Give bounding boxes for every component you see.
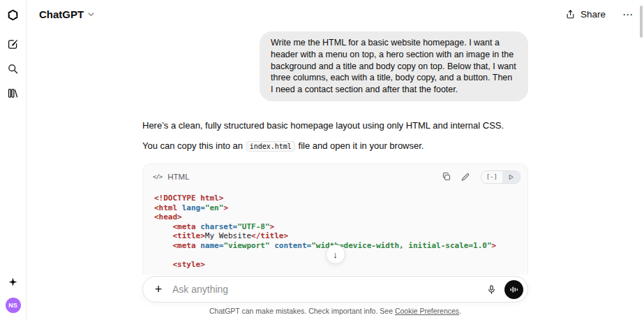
copy-code-button[interactable] [442,172,451,182]
assistant-paragraph-2: You can copy this into an index.html fil… [142,140,528,152]
avatar[interactable]: NS [6,298,21,313]
assistant-paragraph-2-pre: You can copy this into an [142,140,246,151]
code-actions: [-] [442,170,521,184]
composer: + [142,276,528,303]
more-options-button[interactable]: ⋯ [622,9,633,20]
sparkle-icon [8,277,18,287]
code-view-button[interactable]: [-] [481,171,502,183]
user-message-row: Write me the HTML for a basic website ho… [142,31,528,101]
play-icon [507,173,515,181]
code-language-label: HTML [167,173,189,181]
sidebar-bottom: NS [4,272,22,313]
composer-area: + ChatG [27,275,644,320]
app-root: NS ChatGPT Share ⋯ [0,0,644,320]
main-area: ChatGPT Share ⋯ Write me t [27,0,644,320]
topbar-actions: Share ⋯ [561,8,633,20]
code-line: <html lang="en"> [154,203,516,213]
edit-code-button[interactable] [460,172,470,182]
chatgpt-app: { "header": { "title": "ChatGPT", "share… [0,0,644,320]
model-switcher[interactable]: ChatGPT [35,6,99,23]
search-button[interactable] [4,59,22,78]
scroll-to-bottom-button[interactable]: ↓ [326,245,345,264]
assistant-paragraph-2-post: file and open it in your browser. [296,140,424,151]
sidebar: NS [0,0,27,320]
scroll-down-arrow-icon: ↓ [333,249,338,260]
message-input[interactable] [168,284,483,295]
disclaimer-text: ChatGPT can make mistakes. Check importa… [209,307,395,315]
code-lang-icon: </> [153,173,162,180]
user-message: Write me the HTML for a basic website ho… [260,31,528,101]
code-line: <title>My Website</title> [154,231,516,241]
attach-button[interactable]: + [149,279,168,299]
code-block-header: </> HTML [143,164,527,189]
code-line: <head> [154,212,516,222]
dictate-button[interactable] [483,281,500,298]
inline-code-filename: index.html [246,141,295,152]
code-content: <!DOCTYPE html><html lang="en"><head> <m… [143,189,527,277]
voice-waveform-icon [509,284,519,295]
topbar: ChatGPT Share ⋯ [27,0,644,28]
share-upload-icon [565,9,576,20]
openai-logo[interactable] [4,6,22,24]
voice-mode-button[interactable] [504,280,523,299]
code-line: <!DOCTYPE html> [154,194,516,203]
disclaimer-period: . [459,307,461,315]
chevron-down-icon [87,10,95,18]
code-block: </> HTML [142,163,528,282]
code-view-toggle: [-] [481,170,521,184]
share-button[interactable]: Share [561,8,610,20]
footer-disclaimer: ChatGPT can make mistakes. Check importa… [209,303,461,320]
compose-icon [7,38,19,50]
upgrade-button[interactable] [4,272,22,291]
code-line: <meta charset="UTF-8"> [154,222,516,232]
page-title: ChatGPT [39,8,84,20]
edit-pencil-icon [460,172,470,182]
code-language: </> HTML [153,173,190,181]
library-button[interactable] [4,84,22,102]
openai-logo-icon [6,8,20,22]
cookie-preferences-link[interactable]: Cookie Preferences [395,307,459,315]
library-icon [7,87,19,99]
share-label: Share [581,9,606,20]
preview-run-button[interactable] [502,171,520,183]
assistant-paragraph-1: Here’s a clean, fully structured basic h… [142,119,528,132]
search-icon [7,63,19,75]
microphone-icon [486,284,497,295]
copy-icon [442,172,451,182]
scrollbar-thumb[interactable] [640,6,643,38]
new-chat-button[interactable] [4,35,22,53]
